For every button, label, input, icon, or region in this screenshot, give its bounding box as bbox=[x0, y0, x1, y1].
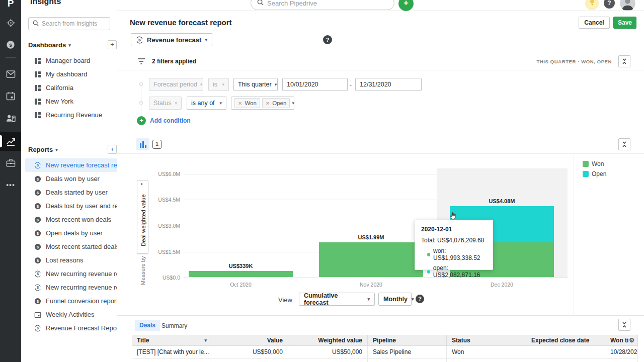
column-header-weighted-value[interactable]: Weighted value bbox=[288, 335, 368, 346]
chevron-down-icon: ▾ bbox=[68, 43, 71, 48]
bar-segment-won[interactable] bbox=[319, 242, 423, 277]
remove-chip-icon[interactable]: ✕ bbox=[266, 101, 270, 106]
collapse-chart-button[interactable] bbox=[618, 138, 630, 150]
column-header-won-time[interactable]: Won ti ⚙ bbox=[605, 335, 638, 346]
status-chip-won[interactable]: ✕ Won bbox=[234, 98, 260, 108]
sidebar-item-report[interactable]: $ New recurring revenue re... bbox=[25, 267, 117, 281]
period-value-dropdown[interactable]: This quarter ▾ bbox=[233, 78, 278, 91]
nav-mail[interactable] bbox=[0, 65, 21, 83]
global-search-input[interactable] bbox=[267, 0, 388, 7]
tab-summary[interactable]: Summary bbox=[162, 322, 187, 329]
nav-rail: P $ bbox=[0, 0, 21, 362]
caret-down-icon: ▾ bbox=[367, 297, 370, 302]
column-header-pipeline[interactable]: Pipeline bbox=[368, 335, 447, 346]
cell-title[interactable]: [TEST] [Chat with your le... bbox=[132, 346, 210, 358]
table-row[interactable]: [TEST] [Chat with your le... US$50,000 U… bbox=[132, 346, 638, 358]
sidebar-item-dashboard[interactable]: Manager board bbox=[25, 54, 117, 67]
report-type-help-icon[interactable]: ? bbox=[323, 35, 332, 44]
view-mode-dropdown[interactable]: Cumulative forecast ▾ bbox=[299, 293, 375, 306]
bar-chart-view-button[interactable] bbox=[136, 138, 149, 150]
svg-text:$: $ bbox=[37, 272, 39, 276]
sidebar-item-report[interactable]: $ Most recent started deals bbox=[25, 240, 117, 253]
status-multiselect[interactable]: ✕ Won ✕ Open ▾ bbox=[231, 97, 294, 110]
nav-contacts[interactable] bbox=[0, 109, 21, 127]
insights-sidebar: Insights Dashboards ▾ + Manager board My… bbox=[21, 0, 117, 362]
svg-text:$: $ bbox=[37, 326, 39, 330]
legend-item-won[interactable]: Won bbox=[583, 160, 604, 167]
user-avatar[interactable] bbox=[620, 0, 635, 11]
nav-deals[interactable]: $ bbox=[0, 36, 21, 54]
column-header-status[interactable]: Status bbox=[447, 335, 526, 346]
sidebar-item-report[interactable]: $ Most recent won deals bbox=[25, 213, 117, 226]
whats-new-bulb-button[interactable] bbox=[585, 0, 599, 10]
deals-table-panel: Deals Summary Title ▾ Value Weighted val… bbox=[117, 316, 644, 362]
lightbulb-icon bbox=[589, 0, 596, 8]
sidebar-item-report[interactable]: $ Funnel conversion report bbox=[25, 294, 117, 308]
quick-add-button[interactable]: + bbox=[398, 0, 414, 11]
sidebar-item-dashboard[interactable]: California bbox=[25, 81, 117, 95]
sidebar-search[interactable] bbox=[28, 17, 110, 30]
sidebar-item-report[interactable]: $ Deals started by user bbox=[25, 186, 117, 199]
caret-down-icon: ▾ bbox=[292, 101, 294, 106]
sidebar-item-report[interactable]: $ Lost reasons bbox=[25, 253, 117, 267]
period-end-date-input[interactable]: 12/31/2020 bbox=[355, 78, 422, 91]
more-ellipsis-icon: ••• bbox=[6, 181, 15, 189]
y-axis-tick: US$0.0 bbox=[145, 275, 180, 281]
sidebar-item-report[interactable]: $ Open deals by user bbox=[25, 226, 117, 240]
view-help-icon[interactable]: ? bbox=[416, 295, 424, 303]
nav-products[interactable] bbox=[0, 154, 21, 172]
remove-chip-icon[interactable]: ✕ bbox=[238, 101, 242, 106]
collapse-table-button[interactable] bbox=[618, 319, 630, 331]
period-start-date-input[interactable]: 10/01/2020 bbox=[282, 78, 348, 91]
bar-nov-2020[interactable]: US$1.99M bbox=[319, 234, 423, 277]
measure-dropdown-vertical[interactable]: ▸ Deal weighted value bbox=[137, 180, 148, 254]
status-chip-open[interactable]: ✕ Open bbox=[262, 98, 290, 108]
bar-segment-won[interactable] bbox=[189, 271, 293, 277]
sidebar-item-report[interactable]: $ Deals won by user bbox=[25, 172, 117, 186]
bar-oct-2020[interactable]: US$339K bbox=[189, 263, 293, 277]
y-axis-tick: US$6.0M bbox=[145, 171, 180, 177]
table-settings-gear-icon[interactable]: ⚙ bbox=[629, 337, 634, 343]
collapse-filters-button[interactable] bbox=[618, 55, 630, 67]
sidebar-item-report[interactable]: Weekly Activities bbox=[25, 308, 117, 321]
legend-item-open[interactable]: Open bbox=[583, 170, 606, 177]
tab-deals[interactable]: Deals bbox=[135, 320, 160, 331]
column-header-expected-close-date[interactable]: Expected close date bbox=[526, 335, 605, 346]
add-report-button[interactable]: + bbox=[108, 145, 117, 154]
status-operator-dropdown[interactable]: is any of ▾ bbox=[187, 97, 226, 110]
help-button[interactable]: ? bbox=[604, 0, 615, 9]
view-interval-dropdown[interactable]: Monthly ▾ bbox=[378, 293, 412, 306]
add-condition-button[interactable]: + Add condition bbox=[137, 116, 191, 125]
main-content: + ? New revenue forecast report Cancel S… bbox=[117, 0, 644, 362]
sidebar-item-dashboard[interactable]: Recurring Revenue bbox=[25, 108, 117, 122]
sidebar-item-dashboard[interactable]: My dashboard bbox=[25, 67, 117, 81]
column-header-value[interactable]: Value bbox=[210, 335, 288, 346]
global-search[interactable] bbox=[251, 0, 394, 10]
deal-report-icon: $ bbox=[34, 203, 41, 210]
x-axis-baseline bbox=[184, 278, 568, 278]
sidebar-item-dashboard[interactable]: New York bbox=[25, 95, 117, 108]
sidebar-search-input[interactable] bbox=[42, 20, 106, 27]
nav-insights[interactable] bbox=[0, 132, 21, 151]
add-dashboard-button[interactable]: + bbox=[108, 40, 117, 49]
scorecard-view-button[interactable]: 1 bbox=[152, 140, 162, 149]
filter-icon bbox=[137, 58, 145, 67]
svg-text:$: $ bbox=[37, 176, 39, 181]
expand-caret-icon: ▸ bbox=[141, 182, 143, 186]
sidebar-item-report[interactable]: $ Deals lost by user and rea... bbox=[25, 199, 117, 213]
sidebar-item-report[interactable]: $ Revenue Forecast Report bbox=[25, 321, 117, 335]
save-button[interactable]: Save bbox=[613, 17, 636, 29]
sidebar-item-report-active[interactable]: $ New revenue forecast re... bbox=[25, 158, 117, 172]
nav-more[interactable]: ••• bbox=[0, 176, 21, 194]
sidebar-item-report[interactable]: $ New recurring revenue re... bbox=[25, 281, 117, 294]
nav-leads[interactable] bbox=[0, 14, 21, 32]
report-type-dropdown[interactable]: $ Revenue forecast ▾ bbox=[131, 33, 212, 46]
reports-section-header[interactable]: Reports ▾ bbox=[28, 146, 58, 153]
recurring-revenue-icon: $ bbox=[34, 162, 41, 169]
cancel-button[interactable]: Cancel bbox=[579, 17, 610, 29]
dashboards-section-header[interactable]: Dashboards ▾ bbox=[28, 41, 71, 49]
insights-chart-icon bbox=[6, 137, 16, 146]
deals-table: Title ▾ Value Weighted value Pipeline St… bbox=[132, 335, 638, 362]
column-header-title[interactable]: Title ▾ bbox=[132, 335, 210, 346]
nav-activities[interactable] bbox=[0, 87, 21, 105]
